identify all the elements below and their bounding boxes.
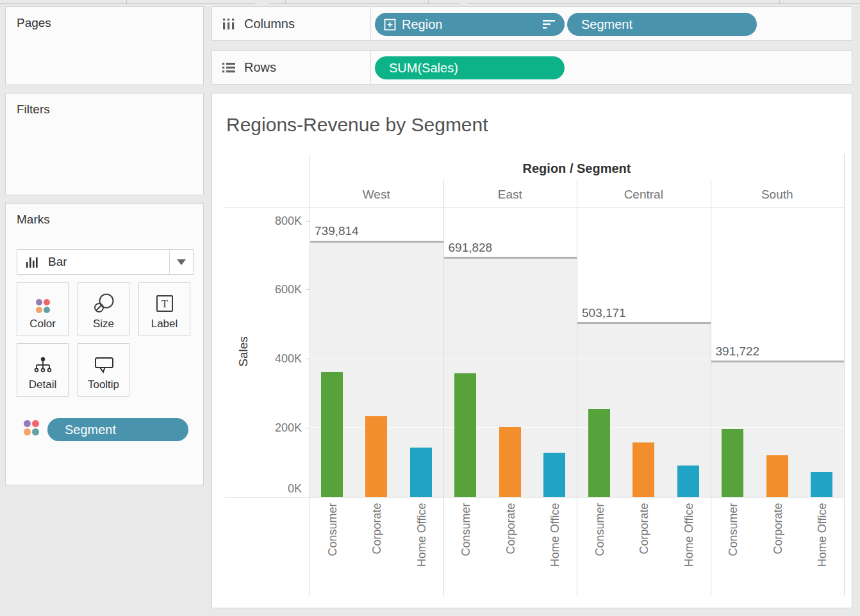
size-button[interactable]: Size: [78, 282, 129, 336]
bar-east-consumer[interactable]: [454, 373, 476, 497]
top-tick: [428, 0, 429, 4]
palette-dot: [36, 299, 42, 305]
gridline: [577, 358, 711, 359]
sheet-title[interactable]: Regions-Revenue by Segment: [226, 114, 488, 136]
panel-west: 739,814: [310, 207, 443, 497]
detail-hierarchy-icon: [31, 357, 54, 374]
rows-shelf-label: Rows: [244, 60, 276, 75]
bar-central-consumer[interactable]: [588, 409, 610, 497]
color-palette-icon: [36, 299, 50, 313]
gridline: [310, 358, 443, 359]
gridline: [443, 289, 577, 289]
color-encoding-icon[interactable]: [24, 420, 39, 435]
top-divider: [468, 3, 860, 4]
facet-header[interactable]: Region / Segment: [310, 161, 844, 176]
bar-west-consumer[interactable]: [321, 372, 343, 497]
detail-button-label: Detail: [29, 378, 56, 391]
region-header-east[interactable]: East: [443, 183, 577, 206]
rows-icon: [222, 62, 235, 73]
gridline: [711, 427, 845, 428]
region-pill[interactable]: Region: [375, 13, 565, 36]
x-label-south-consumer[interactable]: Consumer: [727, 503, 739, 599]
top-tick: [285, 0, 286, 4]
y-tick-400k: 400K: [251, 352, 302, 366]
palette-dot: [24, 428, 31, 435]
palette-dot: [32, 428, 39, 435]
region-header-central[interactable]: Central: [577, 183, 711, 206]
bar-south-home-office[interactable]: [811, 472, 832, 497]
color-button[interactable]: Color: [17, 282, 69, 336]
y-tick-800k: 800K: [251, 215, 302, 228]
x-label-south-corporate[interactable]: Corporate: [771, 503, 783, 599]
x-label-central-corporate[interactable]: Corporate: [638, 503, 650, 599]
y-axis-title[interactable]: Sales: [236, 320, 249, 384]
columns-shelf[interactable]: Columns Region Segment: [211, 6, 852, 41]
dropdown-caret[interactable]: [169, 250, 193, 274]
bar-central-home-office[interactable]: [677, 466, 699, 497]
top-divider: [0, 3, 255, 4]
marks-segment-pill[interactable]: Segment: [47, 418, 188, 441]
panel-divider: [310, 154, 310, 596]
sort-descending-icon[interactable]: [543, 19, 556, 29]
top-tick: [126, 0, 127, 4]
x-label-west-corporate[interactable]: Corporate: [370, 503, 383, 599]
x-label-west-home-office[interactable]: Home Office: [415, 503, 427, 599]
panel-divider: [443, 180, 444, 596]
x-label-central-consumer[interactable]: Consumer: [593, 503, 605, 599]
shelf-divider: [370, 51, 371, 84]
tooltip-button[interactable]: Tooltip: [78, 343, 129, 397]
total-label-south: 391,722: [716, 344, 760, 359]
expand-hierarchy-icon[interactable]: [384, 19, 396, 31]
color-button-label: Color: [29, 318, 56, 330]
gridline: [310, 289, 443, 289]
marks-card: Marks Bar Color Size: [5, 203, 204, 485]
palette-dot: [24, 420, 31, 427]
pages-card[interactable]: Pages: [5, 6, 204, 85]
filters-card[interactable]: Filters: [5, 93, 204, 195]
x-label-east-consumer[interactable]: Consumer: [459, 503, 472, 599]
region-header-south[interactable]: South: [711, 183, 845, 206]
x-label-east-corporate[interactable]: Corporate: [504, 503, 516, 599]
columns-shelf-label: Columns: [244, 17, 295, 31]
mark-type-value: Bar: [48, 255, 67, 269]
bar-chart-icon: [26, 257, 39, 268]
label-button[interactable]: T Label: [138, 282, 190, 336]
palette-dot: [36, 307, 42, 313]
shelf-divider: [370, 7, 371, 40]
total-reference-line-central: [577, 322, 711, 324]
bar-central-corporate[interactable]: [633, 442, 654, 497]
bar-west-corporate[interactable]: [365, 416, 387, 497]
bar-south-consumer[interactable]: [722, 429, 743, 497]
panel-divider: [711, 180, 711, 596]
size-button-label: Size: [93, 318, 114, 330]
y-tick-0k: 0K: [251, 482, 302, 496]
segment-pill-label: Segment: [581, 17, 633, 32]
panel-central: 503,171: [577, 207, 711, 497]
bar-south-corporate[interactable]: [766, 455, 788, 497]
x-label-west-consumer[interactable]: Consumer: [326, 503, 338, 599]
total-reference-line-south: [711, 361, 845, 362]
total-reference-line-west: [310, 241, 443, 243]
pages-card-title: Pages: [17, 16, 51, 30]
x-label-central-home-office[interactable]: Home Office: [682, 503, 694, 599]
bar-east-home-office[interactable]: [543, 453, 565, 497]
mark-type-dropdown[interactable]: Bar: [17, 249, 194, 275]
svg-text:T: T: [161, 298, 168, 310]
segment-pill[interactable]: Segment: [567, 13, 757, 36]
sum-sales-pill[interactable]: SUM(Sales): [375, 56, 565, 79]
total-label-central: 503,171: [582, 306, 626, 320]
palette-dot: [44, 307, 50, 313]
region-pill-label: Region: [402, 17, 442, 32]
y-tick-600k: 600K: [251, 283, 302, 296]
region-header-west[interactable]: West: [310, 183, 443, 206]
bar-east-corporate[interactable]: [499, 427, 521, 497]
rows-shelf[interactable]: Rows SUM(Sales): [211, 50, 852, 85]
x-label-east-home-office[interactable]: Home Office: [549, 503, 561, 599]
marks-card-title: Marks: [17, 213, 50, 227]
gridline: [443, 358, 577, 359]
x-axis-baseline: [225, 497, 844, 498]
detail-button[interactable]: Detail: [17, 343, 69, 397]
bar-west-home-office[interactable]: [410, 448, 432, 497]
header-baseline: [225, 207, 844, 207]
x-label-south-home-office[interactable]: Home Office: [816, 503, 828, 599]
